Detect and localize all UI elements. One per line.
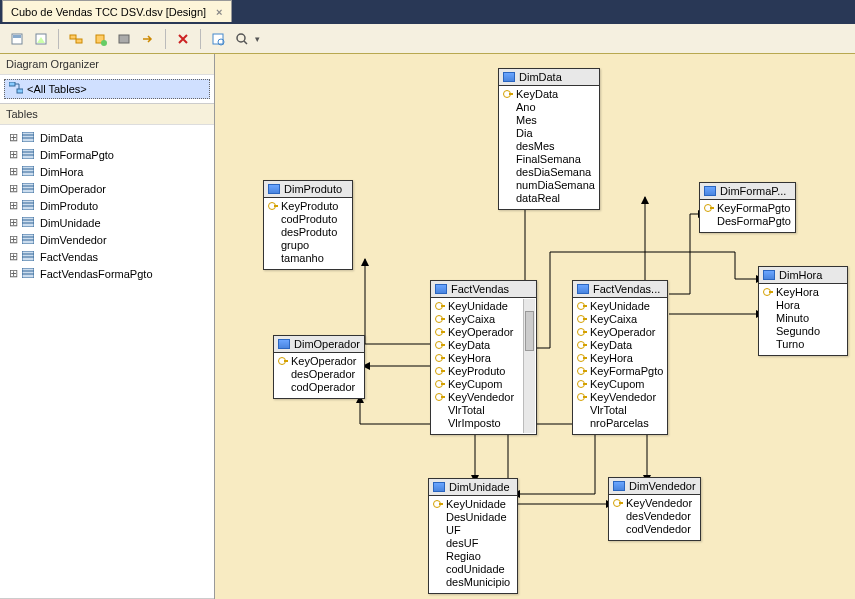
column-row[interactable]: KeyOperador bbox=[577, 326, 663, 339]
table-item-factvendas[interactable]: ⊞FactVendas bbox=[4, 248, 210, 265]
column-row[interactable]: VlrImposto bbox=[435, 417, 522, 430]
column-row[interactable]: nroParcelas bbox=[577, 417, 663, 430]
document-tab[interactable]: Cubo de Vendas TCC DSV.dsv [Design] × bbox=[2, 0, 232, 22]
expand-icon[interactable]: ⊞ bbox=[8, 250, 18, 263]
entity-header[interactable]: DimFormaP... bbox=[700, 183, 795, 200]
entity-header[interactable]: DimData bbox=[499, 69, 599, 86]
column-row[interactable]: KeyHora bbox=[577, 352, 663, 365]
toolbar-btn-6[interactable] bbox=[137, 28, 159, 50]
expand-icon[interactable]: ⊞ bbox=[8, 267, 18, 280]
column-row[interactable]: codUnidade bbox=[433, 563, 513, 576]
column-row[interactable]: KeyCupom bbox=[435, 378, 522, 391]
delete-icon[interactable] bbox=[172, 28, 194, 50]
entity-header[interactable]: FactVendas... bbox=[573, 281, 667, 298]
close-icon[interactable]: × bbox=[216, 6, 222, 18]
entity-header[interactable]: DimOperador bbox=[274, 336, 364, 353]
entity-dimdata[interactable]: DimDataKeyDataAnoMesDiadesMesFinalSemana… bbox=[498, 68, 600, 210]
column-row[interactable]: numDiaSemana bbox=[503, 179, 595, 192]
chevron-down-icon[interactable]: ▾ bbox=[255, 34, 260, 44]
expand-icon[interactable]: ⊞ bbox=[8, 165, 18, 178]
column-row[interactable]: KeyOperador bbox=[278, 355, 360, 368]
expand-icon[interactable]: ⊞ bbox=[8, 182, 18, 195]
column-row[interactable]: desVendedor bbox=[613, 510, 696, 523]
column-row[interactable]: KeyData bbox=[503, 88, 595, 101]
all-tables-item[interactable]: <All Tables> bbox=[4, 79, 210, 99]
column-row[interactable]: KeyData bbox=[435, 339, 522, 352]
column-row[interactable]: DesUnidade bbox=[433, 511, 513, 524]
column-row[interactable]: Ano bbox=[503, 101, 595, 114]
column-row[interactable]: KeyHora bbox=[435, 352, 522, 365]
entity-header[interactable]: DimVendedor bbox=[609, 478, 700, 495]
entity-dimformapgto[interactable]: DimFormaP...KeyFormaPgtoDesFormaPgto bbox=[699, 182, 796, 233]
column-row[interactable]: FinalSemana bbox=[503, 153, 595, 166]
expand-icon[interactable]: ⊞ bbox=[8, 216, 18, 229]
column-row[interactable]: UF bbox=[433, 524, 513, 537]
toolbar-btn-4[interactable] bbox=[89, 28, 111, 50]
column-row[interactable]: DesFormaPgto bbox=[704, 215, 791, 228]
column-row[interactable]: KeyVendedor bbox=[435, 391, 522, 404]
entity-header[interactable]: DimUnidade bbox=[429, 479, 517, 496]
table-item-dimvendedor[interactable]: ⊞DimVendedor bbox=[4, 231, 210, 248]
toolbar-btn-2[interactable] bbox=[30, 28, 52, 50]
column-row[interactable]: desProduto bbox=[268, 226, 348, 239]
entity-factvendas[interactable]: FactVendasKeyUnidadeKeyCaixaKeyOperadorK… bbox=[430, 280, 537, 435]
toolbar-btn-7[interactable] bbox=[207, 28, 229, 50]
column-row[interactable]: KeyUnidade bbox=[577, 300, 663, 313]
expand-icon[interactable]: ⊞ bbox=[8, 199, 18, 212]
column-row[interactable]: KeyCaixa bbox=[435, 313, 522, 326]
column-row[interactable]: KeyVendedor bbox=[613, 497, 696, 510]
table-item-dimhora[interactable]: ⊞DimHora bbox=[4, 163, 210, 180]
scrollbar[interactable] bbox=[523, 299, 535, 433]
column-row[interactable]: VlrTotal bbox=[577, 404, 663, 417]
table-item-dimformapgto[interactable]: ⊞DimFormaPgto bbox=[4, 146, 210, 163]
column-row[interactable]: grupo bbox=[268, 239, 348, 252]
column-row[interactable]: KeyOperador bbox=[435, 326, 522, 339]
table-item-dimdata[interactable]: ⊞DimData bbox=[4, 129, 210, 146]
toolbar-btn-1[interactable] bbox=[6, 28, 28, 50]
entity-dimunidade[interactable]: DimUnidadeKeyUnidadeDesUnidadeUFdesUFReg… bbox=[428, 478, 518, 594]
column-row[interactable]: KeyHora bbox=[763, 286, 843, 299]
column-row[interactable]: Hora bbox=[763, 299, 843, 312]
column-row[interactable]: KeyProduto bbox=[268, 200, 348, 213]
toolbar-btn-3[interactable] bbox=[65, 28, 87, 50]
column-row[interactable]: Mes bbox=[503, 114, 595, 127]
entity-header[interactable]: DimHora bbox=[759, 267, 847, 284]
column-row[interactable]: codOperador bbox=[278, 381, 360, 394]
table-item-dimunidade[interactable]: ⊞DimUnidade bbox=[4, 214, 210, 231]
column-row[interactable]: VlrTotal bbox=[435, 404, 522, 417]
column-row[interactable]: tamanho bbox=[268, 252, 348, 265]
diagram-canvas[interactable]: DimDataKeyDataAnoMesDiadesMesFinalSemana… bbox=[215, 54, 855, 599]
expand-icon[interactable]: ⊞ bbox=[8, 233, 18, 246]
column-row[interactable]: KeyFormaPgto bbox=[704, 202, 791, 215]
column-row[interactable]: KeyUnidade bbox=[433, 498, 513, 511]
column-row[interactable]: codProduto bbox=[268, 213, 348, 226]
table-item-dimoperador[interactable]: ⊞DimOperador bbox=[4, 180, 210, 197]
column-row[interactable]: desOperador bbox=[278, 368, 360, 381]
scrollbar-thumb[interactable] bbox=[525, 311, 534, 351]
entity-factvendasfp[interactable]: FactVendas...KeyUnidadeKeyCaixaKeyOperad… bbox=[572, 280, 668, 435]
column-row[interactable]: KeyFormaPgto bbox=[577, 365, 663, 378]
column-row[interactable]: Regiao bbox=[433, 550, 513, 563]
expand-icon[interactable]: ⊞ bbox=[8, 148, 18, 161]
column-row[interactable]: KeyCupom bbox=[577, 378, 663, 391]
column-row[interactable]: Turno bbox=[763, 338, 843, 351]
column-row[interactable]: KeyUnidade bbox=[435, 300, 522, 313]
table-item-dimproduto[interactable]: ⊞DimProduto bbox=[4, 197, 210, 214]
zoom-icon[interactable] bbox=[231, 28, 253, 50]
column-row[interactable]: Dia bbox=[503, 127, 595, 140]
column-row[interactable]: KeyVendedor bbox=[577, 391, 663, 404]
column-row[interactable]: desMes bbox=[503, 140, 595, 153]
toolbar-btn-5[interactable] bbox=[113, 28, 135, 50]
column-row[interactable]: desDiaSemana bbox=[503, 166, 595, 179]
column-row[interactable]: KeyProduto bbox=[435, 365, 522, 378]
entity-dimhora[interactable]: DimHoraKeyHoraHoraMinutoSegundoTurno bbox=[758, 266, 848, 356]
expand-icon[interactable]: ⊞ bbox=[8, 131, 18, 144]
column-row[interactable]: Segundo bbox=[763, 325, 843, 338]
entity-header[interactable]: DimProduto bbox=[264, 181, 352, 198]
column-row[interactable]: codVendedor bbox=[613, 523, 696, 536]
entity-header[interactable]: FactVendas bbox=[431, 281, 536, 298]
column-row[interactable]: Minuto bbox=[763, 312, 843, 325]
column-row[interactable]: desUF bbox=[433, 537, 513, 550]
entity-dimoperador[interactable]: DimOperadorKeyOperadordesOperadorcodOper… bbox=[273, 335, 365, 399]
table-item-factvendasformapgto[interactable]: ⊞FactVendasFormaPgto bbox=[4, 265, 210, 282]
